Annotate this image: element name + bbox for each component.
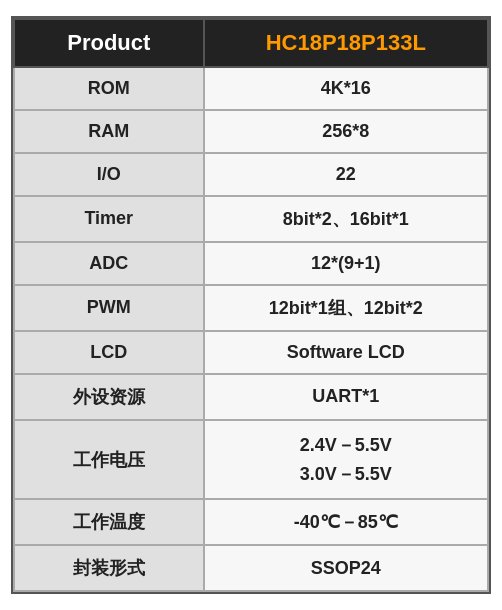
table-row: LCDSoftware LCD (14, 331, 488, 374)
row-label: I/O (14, 153, 204, 196)
row-value: 12*(9+1) (204, 242, 488, 285)
header-product: Product (14, 19, 204, 67)
row-value: 12bit*1组、12bit*2 (204, 285, 488, 331)
table-row: 工作温度-40℃－85℃ (14, 499, 488, 545)
row-value: SSOP24 (204, 545, 488, 591)
row-label: 封装形式 (14, 545, 204, 591)
spec-table: Product HC18P18P133L ROM4K*16RAM256*8I/O… (13, 18, 489, 593)
row-label: RAM (14, 110, 204, 153)
table-row: Timer8bit*2、16bit*1 (14, 196, 488, 242)
table-row: 工作电压2.4V－5.5V3.0V－5.5V (14, 420, 488, 500)
row-label: Timer (14, 196, 204, 242)
header-value: HC18P18P133L (204, 19, 488, 67)
table-row: ADC12*(9+1) (14, 242, 488, 285)
row-value: UART*1 (204, 374, 488, 420)
row-label: 外设资源 (14, 374, 204, 420)
row-value: 8bit*2、16bit*1 (204, 196, 488, 242)
table-row: RAM256*8 (14, 110, 488, 153)
row-value: 2.4V－5.5V3.0V－5.5V (204, 420, 488, 500)
row-value: 256*8 (204, 110, 488, 153)
row-value: 22 (204, 153, 488, 196)
row-label: PWM (14, 285, 204, 331)
row-value: 4K*16 (204, 67, 488, 110)
row-label: ADC (14, 242, 204, 285)
table-row: I/O22 (14, 153, 488, 196)
table-row: ROM4K*16 (14, 67, 488, 110)
header-row: Product HC18P18P133L (14, 19, 488, 67)
table-row: 外设资源UART*1 (14, 374, 488, 420)
table-row: 封装形式SSOP24 (14, 545, 488, 591)
row-label: 工作电压 (14, 420, 204, 500)
table-body: ROM4K*16RAM256*8I/O22Timer8bit*2、16bit*1… (14, 67, 488, 592)
spec-table-wrapper: Product HC18P18P133L ROM4K*16RAM256*8I/O… (11, 16, 491, 595)
row-value: Software LCD (204, 331, 488, 374)
row-value: -40℃－85℃ (204, 499, 488, 545)
row-label: LCD (14, 331, 204, 374)
table-row: PWM12bit*1组、12bit*2 (14, 285, 488, 331)
row-label: ROM (14, 67, 204, 110)
row-label: 工作温度 (14, 499, 204, 545)
